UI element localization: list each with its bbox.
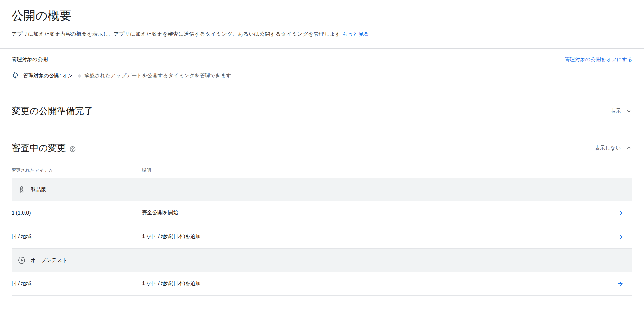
page-subtitle: アプリに加えた変更内容の概要を表示し、アプリに加えた変更を審査に送信するタイミン…	[12, 30, 632, 38]
page-subtitle-text: アプリに加えた変更内容の概要を表示し、アプリに加えた変更を審査に送信するタイミン…	[12, 31, 341, 37]
learn-more-link[interactable]: もっと見る	[342, 31, 369, 37]
changed-item-cell: 1 (1.0.0)	[12, 210, 142, 216]
arrow-forward-icon[interactable]	[616, 280, 624, 288]
ready-changes-section-header: 変更の公開準備完了 表示	[12, 94, 632, 129]
dot-separator-icon	[78, 74, 81, 78]
page-title: 公開の概要	[12, 8, 632, 23]
table-row: 1 (1.0.0) 完全公開を開始	[12, 201, 632, 225]
ready-changes-toggle-label: 表示	[611, 108, 621, 115]
column-header-description: 説明	[142, 168, 609, 173]
ready-changes-title: 変更の公開準備完了	[12, 105, 93, 117]
in-review-toggle[interactable]: 表示しない	[595, 144, 632, 152]
arrow-forward-icon[interactable]	[616, 209, 624, 217]
description-cell: 完全公開を開始	[142, 209, 609, 216]
in-review-title-wrap: 審査中の変更	[12, 142, 76, 154]
changed-item-cell: 国 / 地域	[12, 233, 142, 240]
managed-publishing-status-row: 管理対象の公開: オン 承認されたアップデートを公開するタイミングを管理できます	[12, 71, 632, 80]
track-group-open-testing: オープンテスト	[12, 249, 632, 272]
table-row: 国 / 地域 1 か国 / 地域(日本)を追加	[12, 225, 632, 249]
help-circle-icon[interactable]	[69, 146, 76, 153]
sync-icon	[12, 71, 19, 80]
track-group-production: 製品版	[12, 178, 632, 201]
rocket-icon	[17, 185, 26, 194]
track-group-label: オープンテスト	[31, 257, 67, 264]
managed-publishing-row: 管理対象の公開 管理対象の公開をオフにする	[12, 49, 632, 63]
changed-item-cell: 国 / 地域	[12, 280, 142, 287]
ready-changes-toggle[interactable]: 表示	[611, 107, 632, 115]
publishing-overview-page: 公開の概要 アプリに加えた変更内容の概要を表示し、アプリに加えた変更を審査に送信…	[0, 8, 644, 296]
description-cell: 1 か国 / 地域(日本)を追加	[142, 233, 609, 240]
in-review-changes-table: 変更されたアイテム 説明 製品版 1 (1.0.0) 完全公開を開始 国 / 地…	[12, 168, 632, 296]
track-group-label: 製品版	[31, 186, 46, 193]
table-header-row: 変更されたアイテム 説明	[12, 168, 632, 178]
managed-publishing-status-description: 承認されたアップデートを公開するタイミングを管理できます	[84, 72, 231, 79]
in-review-title: 審査中の変更	[12, 142, 66, 154]
in-review-section-header: 審査中の変更 表示しない	[12, 129, 632, 154]
in-review-toggle-label: 表示しない	[595, 145, 621, 152]
chevron-down-icon	[625, 107, 632, 115]
table-row: 国 / 地域 1 か国 / 地域(日本)を追加	[12, 272, 632, 296]
arrow-forward-icon[interactable]	[616, 233, 624, 241]
chevron-up-icon	[625, 144, 632, 152]
column-header-item: 変更されたアイテム	[12, 168, 142, 173]
managed-publishing-label: 管理対象の公開	[12, 56, 48, 63]
open-testing-icon	[17, 256, 26, 265]
managed-publishing-status: 管理対象の公開: オン	[23, 72, 73, 79]
managed-publishing-turn-off-link[interactable]: 管理対象の公開をオフにする	[564, 56, 632, 63]
description-cell: 1 か国 / 地域(日本)を追加	[142, 280, 609, 287]
